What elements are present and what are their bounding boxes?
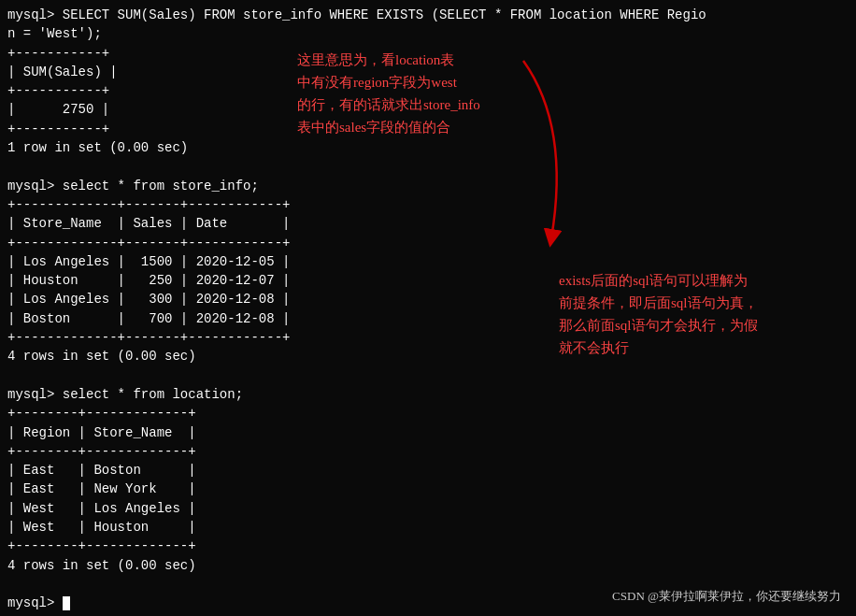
terminal-line-21: mysql> select * from location; [7, 385, 849, 404]
terminal-line-30: 4 rows in set (0.00 sec) [7, 556, 849, 575]
terminal-line-1: mysql> SELECT SUM(Sales) FROM store_info… [7, 6, 849, 24]
annotation-exists-condition: exists后面的sql语句可以理解为 前提条件，即后面sql语句为真， 那么前… [559, 269, 758, 359]
terminal-line-9 [7, 157, 849, 176]
terminal-line-11: +-------------+-------+------------+ [7, 195, 849, 214]
terminal-line-25: | East | Boston | [7, 461, 849, 480]
annotation-exists-explanation: 这里意思为，看location表 中有没有region字段为west 的行，有的… [297, 49, 480, 138]
terminal-line-20 [7, 366, 849, 385]
terminal-line-10: mysql> select * from store_info; [7, 177, 849, 195]
terminal-line-22: +--------+-------------+ [7, 404, 849, 423]
terminal-line-26: | East | New York | [7, 480, 849, 498]
terminal: mysql> SELECT SUM(Sales) FROM store_info… [0, 0, 856, 616]
terminal-line-2: n = 'West'); [7, 24, 849, 43]
terminal-line-24: +--------+-------------+ [7, 442, 849, 461]
terminal-line-8: 1 row in set (0.00 sec) [7, 138, 849, 157]
terminal-line-28: | West | Houston | [7, 518, 849, 537]
terminal-line-29: +--------+-------------+ [7, 537, 849, 555]
footer-credit: CSDN @莱伊拉啊莱伊拉，你还要继续努力 [612, 588, 841, 605]
terminal-line-13: +-------------+-------+------------+ [7, 234, 849, 252]
cursor [63, 596, 70, 610]
terminal-line-27: | West | Los Angeles | [7, 499, 849, 518]
terminal-line-23: | Region | Store_Name | [7, 423, 849, 442]
terminal-line-12: | Store_Name | Sales | Date | [7, 214, 849, 233]
